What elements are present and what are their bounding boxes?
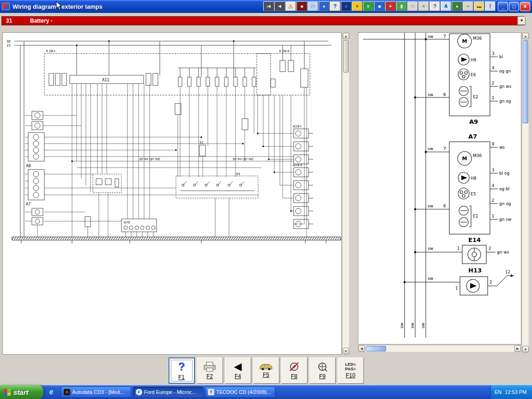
notes-icon[interactable]: ▪ (463, 1, 473, 11)
wire-color: gn ws (497, 250, 509, 254)
warning-icon[interactable]: ⚠ (285, 1, 296, 11)
main-diagram-vscrollbar[interactable]: ▲ ▼ (342, 32, 350, 355)
detail-panel-vscrollbar[interactable]: ▲ ▼ (522, 32, 529, 353)
quick-launch: e (43, 388, 59, 396)
switch-s3-label: S3 (236, 172, 240, 176)
scroll-up-button[interactable]: ▲ (522, 33, 529, 39)
globe-icon[interactable]: ● (319, 1, 329, 11)
power-bus-lines (14, 41, 332, 237)
taskbar-item-tecdoc[interactable]: T TECDOC CD (4/2008)... (205, 387, 275, 398)
nav-first-icon[interactable]: |◀ (263, 1, 274, 11)
switch-s1-label: S1 (200, 141, 204, 145)
save-icon[interactable]: ■ (374, 1, 385, 11)
pin-number: 12 (505, 270, 510, 274)
wire-label-sw: sw (421, 323, 425, 328)
module-a11-label: A11 (102, 78, 109, 82)
function-toolbar: ? F1 F2 ◀ F4 F5 F8 (0, 357, 532, 384)
wire-label: sw (428, 246, 433, 251)
pin-number: 6 (443, 204, 446, 208)
unit-a9-symbol (449, 34, 490, 116)
motor-letter: M (462, 38, 467, 44)
maximize-button[interactable]: □ (509, 2, 519, 11)
scroll-thumb[interactable] (523, 40, 528, 123)
page-icon[interactable]: □ (407, 1, 418, 11)
stop-icon[interactable]: ■ (296, 1, 307, 11)
nav-back-icon[interactable]: ◀ (274, 1, 285, 11)
start-button[interactable]: start (0, 385, 43, 399)
scroll-right-button[interactable]: ▶ (514, 345, 521, 352)
led-pas-icon: LED≡ PAS≡ (345, 362, 356, 371)
pin-number: 2 (490, 280, 492, 284)
unit-a70-label: A70 (124, 221, 130, 224)
component-e2-label: E2 (473, 95, 478, 99)
pin-number: 2 (492, 198, 494, 203)
circuit-selector[interactable]: 31 Battery - (1, 16, 525, 25)
web-help-icon[interactable]: ? (429, 1, 440, 11)
document-icon[interactable]: ≡ (363, 1, 374, 11)
f8-lamp-off-button[interactable]: F8 (281, 357, 308, 384)
pin-number: 3 (492, 51, 494, 56)
wire-color: ws (499, 145, 505, 150)
windows-flag-icon (4, 388, 11, 396)
tools-icon[interactable]: + (352, 1, 363, 11)
clock-icon[interactable]: ○ (341, 1, 351, 11)
pin-number: 2 (489, 246, 491, 251)
printer-icon (203, 361, 217, 372)
pin-number: 3 (492, 168, 494, 172)
scroll-down-button[interactable]: ▼ (522, 346, 529, 352)
terminal-15-label: 15 (6, 44, 11, 48)
window-controls: _ □ × (498, 2, 530, 11)
help-icon[interactable]: ? (330, 1, 340, 11)
repair-icon[interactable]: + (385, 1, 396, 11)
detail-labels: M M M36 H9 E6 E2 A9 sw 7 sw 6 3 bl 4 og … (399, 34, 512, 328)
component-m36-label: M36 (473, 36, 482, 41)
app-icon (2, 3, 10, 10)
scroll-up-button[interactable]: ▲ (343, 33, 349, 39)
f4-back-button[interactable]: ◀ F4 (225, 357, 251, 384)
scroll-down-button[interactable]: ▼ (343, 348, 349, 354)
clock[interactable]: 12:53 PM (505, 389, 526, 395)
taskbar-item-ford[interactable]: F Ford Europe - Microc... (133, 387, 203, 398)
wire-label-sw: sw (399, 323, 404, 328)
minimize-button[interactable]: _ (498, 2, 508, 11)
scroll-thumb[interactable] (366, 346, 386, 351)
f10-led-pas-button[interactable]: LED≡ PAS≡ F10 (338, 357, 364, 384)
vehicle-icon[interactable]: ● (452, 1, 462, 11)
info-icon[interactable]: ! (485, 1, 496, 11)
wire-color: gn og (499, 99, 511, 103)
wire-color-note: gn ws (gn og) (139, 157, 160, 161)
component-h9-label: H9 (471, 58, 477, 62)
wire-color: bl (499, 54, 503, 59)
pin-number: 4 (492, 66, 494, 70)
text-tool-icon[interactable]: A (441, 1, 451, 11)
unit-a7-title: A7 (468, 133, 477, 140)
wiring-diagram-detail-panel[interactable]: M M M36 H9 E6 E2 A9 sw 7 sw 6 3 bl 4 og … (358, 32, 521, 345)
battery-icon[interactable]: ▮ (396, 1, 407, 11)
scroll-thumb[interactable] (343, 40, 349, 73)
scroll-left-button[interactable]: ◀ (358, 345, 365, 352)
lamp-off-icon (289, 361, 300, 372)
language-indicator[interactable]: EN (495, 389, 502, 395)
folder-icon[interactable]: ▬ (474, 1, 484, 11)
f5-car-button[interactable]: F5 (253, 357, 279, 384)
terminal-30-label: 30 (6, 40, 11, 43)
f2-print-button[interactable]: F2 (197, 357, 223, 384)
taskbar-item-autodata[interactable]: A Autodata CD3 - [Mod... (61, 387, 131, 398)
wire-color: og bl (499, 187, 509, 191)
wiring-diagram-main-panel[interactable]: 30 15 X 28-I X 28-II A11 A8 A7 S1 S3 A70… (2, 32, 342, 355)
component-e1-label: E1 (473, 214, 478, 218)
pin-number: 2 (492, 81, 494, 85)
taskbar: start e A Autodata CD3 - [Mod... F Ford … (0, 385, 532, 399)
window-icon[interactable]: □ (308, 1, 318, 11)
unit-a8-label: A8 (26, 164, 31, 168)
wire-runs (25, 84, 307, 237)
close-button[interactable]: × (520, 2, 530, 11)
detail-panel-hscrollbar[interactable]: ◀ ▶ (358, 345, 521, 352)
wire-label: sw (428, 204, 433, 208)
internet-explorer-icon[interactable]: e (49, 388, 54, 396)
f1-help-button[interactable]: ? F1 (169, 357, 195, 384)
f9-lamp-button[interactable]: F9 (309, 357, 336, 384)
selector-dropdown-arrow[interactable]: ▼ (518, 17, 526, 25)
unit-a7-label: A7 (26, 202, 31, 206)
report-icon[interactable]: ≡ (418, 1, 429, 11)
